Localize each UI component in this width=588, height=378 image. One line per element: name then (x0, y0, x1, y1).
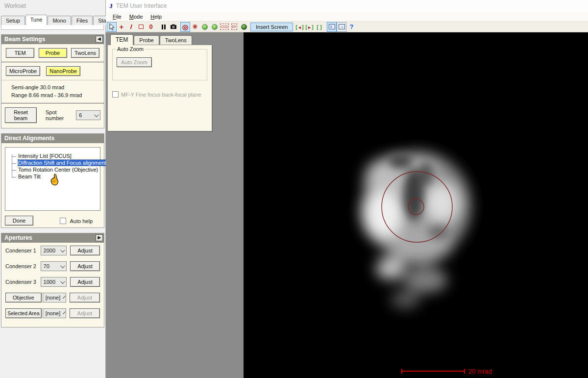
objective-select[interactable]: [none] (43, 293, 66, 302)
selected-area-button[interactable]: Selected Area (5, 308, 42, 318)
tab-files[interactable]: Files (72, 16, 93, 25)
ccd-icon[interactable]: CCD (220, 22, 229, 32)
hand-cursor-icon: ☝ (48, 173, 62, 186)
chevron-down-icon (60, 263, 65, 268)
collapse-panel-icon[interactable]: ◀ (96, 36, 103, 43)
beam-out-icon[interactable]: [►] (304, 22, 314, 32)
microprobe-button[interactable]: MicroProbe (6, 66, 40, 76)
condenser2-adjust-button[interactable]: Adjust (70, 261, 100, 271)
reset-beam-button[interactable]: Reset beam (5, 107, 37, 123)
probe-mode-button[interactable]: Probe (39, 48, 67, 58)
tem-tab-body: Auto Zoom Auto Zoom MF-Y Fine focus back… (107, 45, 212, 131)
auto-help-label: Auto help (70, 218, 93, 224)
list-item[interactable]: Tomo Rotation Center (Objective) (5, 166, 100, 173)
spot-number-label: Spot number (46, 109, 72, 121)
crosshair-tool-icon[interactable]: + (117, 22, 126, 32)
frame-icon[interactable]: [ ] (314, 22, 324, 32)
ellipse-tool-icon[interactable]: 0 (146, 22, 156, 32)
tile-windows-icon[interactable] (337, 22, 346, 32)
condenser3-select[interactable]: 1000 (41, 277, 67, 287)
app-icon: J (109, 2, 113, 10)
condenser1-label: Condenser 1 (5, 248, 41, 253)
expand-panel-icon[interactable]: ▶ (96, 234, 103, 241)
aperture-row-selected-area: Selected Area [none] Adjust (1, 305, 104, 321)
workset-panel: Workset Setup Tune Mono Files Stage ◀ ▶ … (0, 0, 106, 378)
line-tool-icon[interactable]: / (126, 22, 136, 32)
apertures-panel: Apertures ▶ Condenser 1 2000 Adjust Cond… (1, 233, 104, 328)
window-title: TEM User Interface (116, 2, 167, 9)
tab-twolens[interactable]: TwoLens (160, 35, 192, 45)
done-button[interactable]: Done (5, 216, 33, 226)
alignments-listbox[interactable]: Intensity List [FOCUS] Diffraction Shift… (5, 147, 100, 211)
range-text: Range 8.66 mrad - 36.9 mrad (11, 91, 104, 99)
tem-tab-panel: TEM Probe TwoLens Auto Zoom Auto Zoom MF… (107, 34, 212, 132)
condenser1-adjust-button[interactable]: Adjust (70, 246, 100, 255)
beam-info: Semi-angle 30.0 mrad Range 8.66 mrad - 3… (1, 80, 104, 103)
ef-icon[interactable]: EF (229, 22, 239, 32)
list-item[interactable]: Intensity List [FOCUS] (5, 152, 100, 159)
tem-mode-button[interactable]: TEM (6, 48, 34, 58)
twolens-mode-button[interactable]: TwoLens (71, 48, 99, 58)
green-indicator-icon[interactable] (210, 22, 220, 32)
help-icon[interactable]: ? (346, 22, 356, 32)
nanoprobe-button[interactable]: NanoProbe (46, 66, 80, 76)
auto-zoom-group: Auto Zoom Auto Zoom (112, 49, 207, 80)
pointer-tool-icon[interactable] (107, 22, 117, 32)
condenser3-label: Condenser 3 (5, 279, 41, 285)
selected-area-select[interactable]: [none] (43, 308, 66, 318)
tabpage-top-strip (1, 25, 104, 30)
auto-zoom-group-label: Auto Zoom (116, 46, 145, 52)
list-item-selected[interactable]: Diffraction Shift and Focus alignment (5, 159, 100, 166)
beam-in-icon[interactable]: [◄] (294, 22, 304, 32)
tab-setup[interactable]: Setup (1, 16, 25, 25)
menu-help[interactable]: Help (147, 13, 166, 21)
condenser1-select[interactable]: 2000 (41, 246, 67, 255)
tab-tune[interactable]: Tune (25, 15, 48, 25)
beam-mode-row: TEM Probe TwoLens (1, 44, 104, 62)
beam-target-icon[interactable]: ◎ (180, 22, 190, 32)
scale-bar-label: 20 mrad (468, 368, 492, 375)
mfy-label: MF-Y Fine focus back-focal plane (121, 92, 201, 98)
pause-icon[interactable] (159, 22, 169, 32)
camera-icon[interactable] (169, 22, 178, 32)
tab-tem[interactable]: TEM (110, 34, 133, 45)
aperture-row-condenser1: Condenser 1 2000 Adjust (1, 243, 104, 258)
aperture-row-condenser3: Condenser 3 1000 Adjust (1, 274, 104, 290)
auto-help-checkbox[interactable] (60, 218, 66, 224)
insert-screen-button[interactable]: Insert Screen (250, 23, 293, 31)
auto-help-field[interactable]: Auto help (60, 218, 93, 224)
beam-settings-panel: Beam Settings ◀ TEM Probe TwoLens MicroP… (1, 34, 104, 128)
rectangle-tool-icon[interactable] (136, 22, 146, 32)
menu-mode[interactable]: Mode (125, 13, 147, 21)
toolbar: + / 0 ◎ ✳ CCD EF Insert Screen [◄] [►] [… (106, 22, 588, 32)
tab-mono[interactable]: Mono (48, 16, 71, 25)
chevron-down-icon (60, 248, 65, 252)
panels-view-icon[interactable] (327, 22, 337, 32)
objective-button[interactable]: Objective (5, 293, 42, 302)
tem-window: J TEM User Interface File Mode Help + / … (106, 0, 588, 378)
mfy-field[interactable]: MF-Y Fine focus back-focal plane (112, 91, 207, 98)
auto-zoom-button[interactable]: Auto Zoom (117, 57, 152, 67)
semi-angle-text: Semi-angle 30.0 mrad (11, 83, 104, 91)
tab-probe[interactable]: Probe (134, 35, 159, 45)
direct-alignments-title: Direct Alignments (1, 134, 104, 143)
green-indicator-icon[interactable] (200, 22, 210, 32)
diffraction-view[interactable]: 20 mrad (244, 32, 588, 378)
scale-bar: 20 mrad (402, 368, 492, 375)
menu-file[interactable]: File (109, 13, 125, 21)
diffraction-image: 20 mrad (244, 32, 588, 378)
aperture-row-condenser2: Condenser 2 70 Adjust (1, 258, 104, 274)
condenser2-select[interactable]: 70 (41, 261, 67, 271)
condenser2-label: Condenser 2 (5, 263, 41, 269)
tem-tabstrip: TEM Probe TwoLens (107, 34, 212, 45)
mfy-checkbox[interactable] (112, 91, 119, 98)
dark-green-indicator-icon[interactable] (239, 22, 249, 32)
chevron-down-icon (94, 112, 99, 117)
screen: Workset Setup Tune Mono Files Stage ◀ ▶ … (0, 0, 588, 378)
condenser3-adjust-button[interactable]: Adjust (70, 277, 100, 287)
compensator-icon[interactable]: ✳ (190, 22, 200, 32)
probe-size-row: MicroProbe NanoProbe (1, 62, 104, 80)
spot-number-select[interactable]: 6 (76, 110, 100, 120)
aperture-row-objective: Objective [none] Adjust (1, 290, 104, 305)
alignments-bottom-row: Done Auto help (1, 214, 104, 229)
